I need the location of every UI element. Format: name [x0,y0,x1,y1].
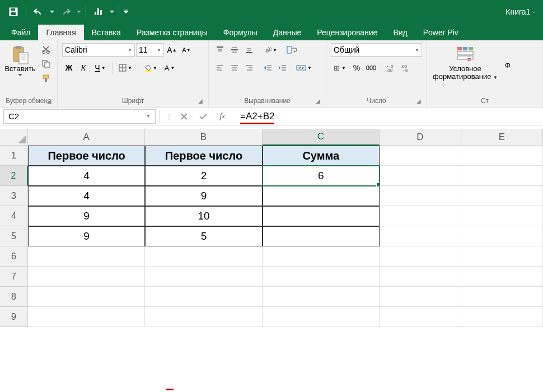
accounting-format-button[interactable]: ⊞▼ [331,61,349,74]
chart-dropdown-icon[interactable] [109,4,115,20]
italic-button[interactable]: К [77,61,90,74]
insert-function-button[interactable]: fx [214,110,230,123]
align-bottom-button[interactable] [242,43,256,57]
cell-A9[interactable] [28,307,145,327]
cell-C4[interactable] [263,206,380,226]
increase-font-button[interactable]: A▲ [165,43,179,57]
cell-D6[interactable] [380,246,461,267]
cell-E7[interactable] [461,267,543,287]
cell-E2[interactable] [461,166,543,186]
col-header-C[interactable]: C [263,129,380,146]
tab-file[interactable]: Файл [3,25,38,40]
row-header-3[interactable]: 3 [0,186,28,206]
cell-C6[interactable] [263,246,380,267]
conditional-formatting-button[interactable]: ≠ Условное форматирование ▼ [432,43,499,81]
cell-A8[interactable] [28,287,145,307]
row-header-8[interactable]: 8 [0,287,28,307]
cell-C3[interactable] [263,186,380,206]
font-name-combo[interactable]: Calibri▼ [62,43,135,57]
align-center-button[interactable] [228,61,241,74]
decrease-decimal-button[interactable]: .00→0 [399,61,413,74]
cell-B2[interactable]: 2 [145,166,262,186]
cell-C8[interactable] [263,287,380,307]
paste-button[interactable]: Вставить [4,43,36,77]
save-icon[interactable] [4,4,22,20]
cell-C2[interactable]: 6 [263,166,380,186]
format-painter-button[interactable] [39,72,53,85]
name-box[interactable]: C2▼ [3,109,156,124]
cell-A4[interactable]: 9 [28,206,145,226]
row-header-4[interactable]: 4 [0,206,28,226]
cell-E5[interactable] [461,226,543,246]
cell-A1[interactable]: Первое число [28,146,145,166]
cell-B6[interactable] [145,246,262,267]
cell-E8[interactable] [461,287,543,307]
tab-formulas[interactable]: Формулы [216,25,265,40]
cell-C7[interactable] [263,267,380,287]
align-left-button[interactable] [213,61,227,74]
decrease-font-button[interactable]: A▼ [180,43,193,57]
cell-B7[interactable] [145,267,262,287]
number-launcher-icon[interactable]: ◢ [415,98,422,105]
clipboard-launcher-icon[interactable]: ◢ [46,98,53,105]
row-header-6[interactable]: 6 [0,246,28,267]
cell-B5[interactable]: 5 [145,226,262,246]
cell-A7[interactable] [28,267,145,287]
wrap-text-button[interactable] [285,43,298,57]
percent-button[interactable]: % [350,61,363,74]
cell-A2[interactable]: 4 [28,166,145,186]
qat-customize-icon[interactable] [123,4,129,20]
cell-B3[interactable]: 9 [145,186,262,206]
tab-home[interactable]: Главная [38,25,83,40]
tab-power-pivot[interactable]: Power Piv [415,25,466,40]
cut-button[interactable] [39,43,53,56]
font-launcher-icon[interactable]: ◢ [197,98,204,105]
cell-A3[interactable]: 4 [28,186,145,206]
row-header-2[interactable]: 2 [0,166,28,186]
cell-A5[interactable]: 9 [28,226,145,246]
row-header-7[interactable]: 7 [0,267,28,287]
tab-page-layout[interactable]: Разметка страницы [129,25,216,40]
cell-E6[interactable] [461,246,543,267]
enter-formula-button[interactable] [195,110,211,123]
row-header-1[interactable]: 1 [0,146,28,166]
font-size-combo[interactable]: 11▼ [136,43,164,57]
cancel-formula-button[interactable] [176,110,192,123]
cell-C5[interactable] [263,226,380,246]
cell-D2[interactable] [380,166,461,186]
tab-insert[interactable]: Вставка [84,25,129,40]
cell-B1[interactable]: Первое число [145,146,262,166]
underline-button[interactable]: Ч▼ [91,61,109,74]
col-header-E[interactable]: E [461,129,543,146]
chart-icon[interactable] [90,4,107,20]
cell-D1[interactable] [380,146,461,166]
format-table-button-trunc[interactable]: Ф [502,43,513,69]
cell-B9[interactable] [145,307,262,327]
undo-icon[interactable] [30,4,48,20]
borders-button[interactable]: ▼ [116,61,134,74]
cell-E9[interactable] [461,307,543,327]
number-format-combo[interactable]: Общий▼ [331,43,422,57]
col-header-D[interactable]: D [380,129,461,146]
undo-dropdown-icon[interactable] [49,4,55,20]
cell-E1[interactable] [461,146,543,166]
cell-D8[interactable] [380,287,461,307]
tab-view[interactable]: Вид [385,25,415,40]
bold-button[interactable]: Ж [62,61,76,74]
cell-D4[interactable] [380,206,461,226]
font-color-button[interactable]: A▼ [161,61,179,74]
fill-color-button[interactable]: ▼ [142,61,160,74]
cell-D9[interactable] [380,307,461,327]
align-middle-button[interactable] [228,43,241,57]
comma-button[interactable]: 000 [364,61,378,74]
col-header-A[interactable]: A [28,129,145,146]
row-header-5[interactable]: 5 [0,226,28,246]
cell-D3[interactable] [380,186,461,206]
cell-C9[interactable] [263,307,380,327]
orientation-button[interactable]: ab▼ [261,43,279,57]
cell-E3[interactable] [461,186,543,206]
row-header-9[interactable]: 9 [0,307,28,327]
cell-D7[interactable] [380,267,461,287]
col-header-B[interactable]: B [145,129,262,146]
decrease-indent-button[interactable] [261,61,275,74]
